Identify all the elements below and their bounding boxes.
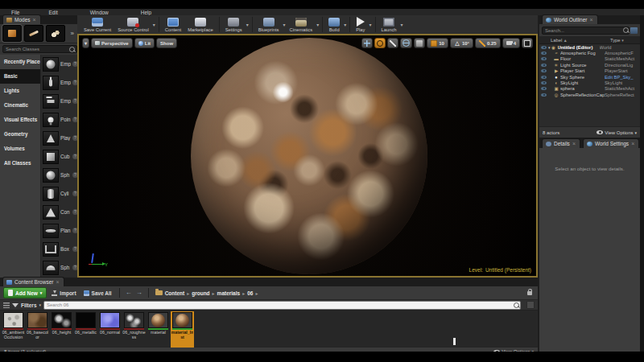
dropdown-caret-icon[interactable] <box>283 22 285 27</box>
visibility-eye-icon[interactable] <box>541 93 547 97</box>
list-item[interactable]: Play <box>41 129 80 147</box>
asset-tile[interactable]: 06_basecolor <box>27 312 48 347</box>
asset-search-input[interactable] <box>43 301 521 310</box>
list-item[interactable]: Cyli <box>41 184 80 203</box>
save-all-button[interactable]: Save All <box>81 290 114 296</box>
table-row[interactable]: ▬FloorStaticMeshAct <box>539 56 640 62</box>
source-control-button[interactable]: Source Control <box>114 16 152 34</box>
close-tab-icon[interactable] <box>33 17 36 23</box>
category-volumes[interactable]: Volumes <box>0 142 40 156</box>
filters-button[interactable]: Filters <box>21 302 37 308</box>
category-basic[interactable]: Basic <box>0 69 40 84</box>
outliner-settings-button[interactable] <box>630 27 638 34</box>
menu-edit[interactable]: Edit <box>45 10 60 15</box>
close-tab-icon[interactable] <box>589 17 592 23</box>
list-item[interactable]: Cub <box>41 147 80 166</box>
table-row[interactable]: ▣spheraStaticMeshAct <box>539 86 640 92</box>
list-item[interactable]: Emp <box>41 92 80 110</box>
rotation-snap-button[interactable]: 10° <box>450 38 473 48</box>
visibility-eye-icon[interactable] <box>541 46 547 49</box>
menu-window[interactable]: Window <box>87 10 112 15</box>
table-row[interactable]: ◎SphereReflectionCaptureSphereReflect <box>539 92 640 97</box>
view-mode-button[interactable]: Lit <box>134 38 155 48</box>
translate-tool-button[interactable] <box>361 38 373 48</box>
list-item[interactable]: Emp <box>41 55 80 73</box>
visibility-eye-icon[interactable] <box>541 64 547 67</box>
add-new-button[interactable]: Add New ▾ <box>3 287 47 298</box>
launch-button[interactable]: Launch <box>378 16 400 34</box>
dropdown-caret-icon[interactable] <box>316 22 319 27</box>
foliage-mode-button[interactable] <box>46 25 65 42</box>
edit-blueprint-link[interactable]: Edit BP_Sky_ <box>605 75 640 80</box>
visibility-eye-icon[interactable] <box>541 81 547 84</box>
viewport-canvas[interactable]: Perspective Lit Show 10 10° 0.25 4 <box>79 35 536 276</box>
close-tab-icon[interactable] <box>631 141 634 146</box>
marketplace-button[interactable]: Marketplace <box>184 16 217 34</box>
list-item[interactable]: Emp <box>41 73 80 92</box>
play-button[interactable]: Play <box>353 16 368 34</box>
rotate-tool-button[interactable] <box>374 38 386 48</box>
list-item[interactable]: Con <box>41 203 80 221</box>
blueprints-button[interactable]: Blueprints <box>255 16 283 34</box>
list-item[interactable]: Plan <box>41 221 80 240</box>
dropdown-caret-icon[interactable] <box>246 22 249 27</box>
visibility-eye-icon[interactable] <box>541 87 547 90</box>
import-button[interactable]: Import <box>49 290 78 296</box>
maximize-viewport-button[interactable] <box>522 38 533 48</box>
scale-tool-button[interactable] <box>387 38 398 48</box>
visibility-eye-icon[interactable] <box>541 57 547 60</box>
close-tab-icon[interactable] <box>572 141 576 146</box>
perspective-button[interactable]: Perspective <box>91 38 133 48</box>
breadcrumb-content[interactable]: Content <box>165 290 185 296</box>
level-viewport[interactable]: Perspective Lit Show 10 10° 0.25 4 <box>77 34 538 278</box>
category-visual-effects[interactable]: Visual Effects <box>0 113 40 127</box>
list-item[interactable]: Box <box>41 240 80 258</box>
scrollbar-thumb[interactable] <box>453 338 456 345</box>
camera-speed-button[interactable]: 4 <box>502 38 520 48</box>
viewport-options-button[interactable] <box>82 38 89 48</box>
save-search-button[interactable] <box>526 301 535 309</box>
breadcrumb-06[interactable]: 06 <box>247 290 253 296</box>
visibility-eye-icon[interactable] <box>541 76 547 79</box>
category-all-classes[interactable]: All Classes <box>0 156 40 171</box>
category-geometry[interactable]: Geometry <box>0 127 40 142</box>
surface-snapping-button[interactable] <box>414 38 425 48</box>
back-button[interactable]: ← <box>125 289 133 297</box>
forward-button[interactable]: → <box>135 289 143 297</box>
dropdown-caret-icon[interactable] <box>401 22 403 27</box>
table-row[interactable]: ▶Player StartPlayerStart <box>539 68 640 74</box>
visibility-eye-icon[interactable] <box>541 51 547 55</box>
menu-help[interactable]: Help <box>138 10 155 15</box>
asset-tile[interactable]: 06_height <box>51 312 72 347</box>
outliner-search-input[interactable] <box>542 27 630 35</box>
category-recently-placed[interactable]: Recently Placed <box>0 55 40 69</box>
list-item[interactable]: Poin <box>41 110 80 129</box>
build-button[interactable]: Build <box>325 16 343 34</box>
more-modes-chevron-icon[interactable]: » <box>71 30 74 37</box>
asset-tile[interactable]: 06_roughness <box>123 312 145 347</box>
asset-tile[interactable]: 06_ambient Occlusion <box>2 312 24 347</box>
cinematics-button[interactable]: Cinematics <box>287 16 316 34</box>
breadcrumb-ground[interactable]: ground <box>192 290 209 296</box>
breadcrumb-materials[interactable]: materials <box>217 290 241 296</box>
dropdown-caret-icon[interactable] <box>344 22 346 27</box>
tab-world-outliner[interactable]: World Outliner <box>542 14 598 24</box>
tab-world-settings[interactable]: World Settings <box>583 138 639 148</box>
tab-content-browser[interactable]: Content Browser <box>2 277 64 286</box>
table-row[interactable]: ≈Atmospheric FogAtmosphericF <box>539 50 640 56</box>
expander-icon[interactable]: ▾ <box>548 45 551 50</box>
scale-snap-button[interactable]: 0.25 <box>475 38 501 48</box>
category-lights[interactable]: Lights <box>0 84 40 98</box>
outliner-view-options-button[interactable]: View Options ▾ <box>597 130 637 135</box>
table-row[interactable]: ☀Light SourceDirectionalLig <box>539 62 640 68</box>
table-row[interactable]: ▾◉Untitled (Editor)World <box>539 44 640 50</box>
table-row[interactable]: ●Sky SphereEdit BP_Sky_ <box>539 74 640 80</box>
asset-tile[interactable]: 06_normal <box>99 312 121 347</box>
search-classes-input[interactable] <box>2 45 77 53</box>
list-item[interactable]: Sph <box>41 258 80 277</box>
table-row[interactable]: ◐SkyLightSkyLight <box>539 80 640 85</box>
asset-tile-selected[interactable]: material_Inst <box>171 312 193 347</box>
asset-tile[interactable]: 06_metallic <box>75 312 97 347</box>
tab-details[interactable]: Details <box>542 138 580 148</box>
landscape-mode-button[interactable] <box>24 25 43 42</box>
